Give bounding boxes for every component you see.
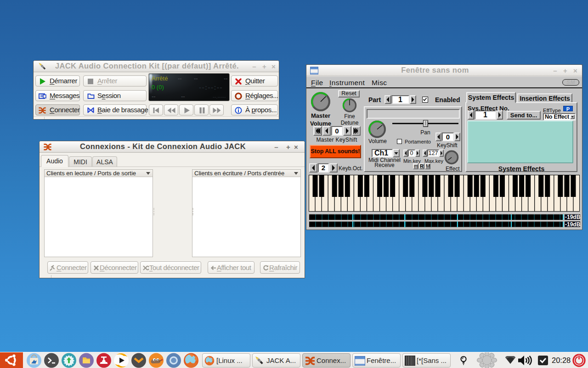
- svg-text:-19dB: -19dB: [565, 214, 581, 220]
- svg-text:-19dB: -19dB: [565, 221, 581, 228]
